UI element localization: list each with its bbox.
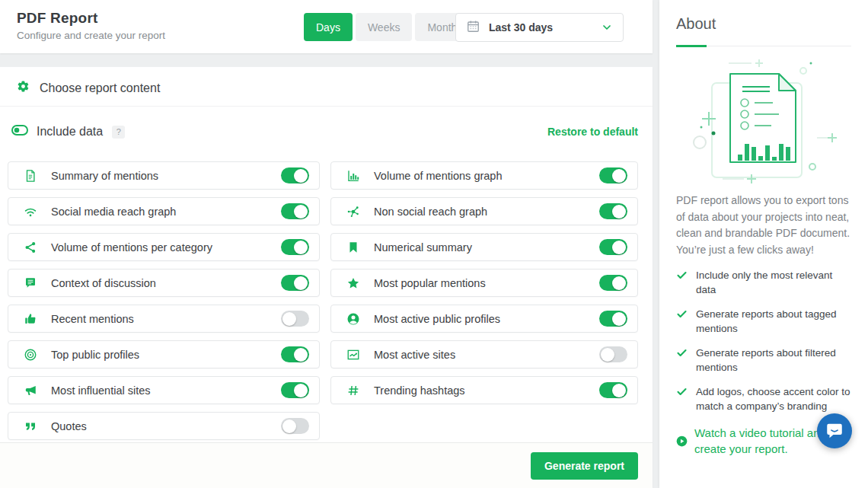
toggle-knob [612,205,626,218]
toggle-knob [282,419,296,433]
toggle-switch[interactable] [281,167,309,183]
generate-report-button[interactable]: Generate report [531,452,638,480]
feature-list: Include only the most relevant dataGener… [676,268,851,413]
toggle-switch[interactable] [281,418,309,434]
thumbs-up-icon [24,312,37,326]
toggle-knob [294,384,308,397]
toggle-card: Most influential sites [8,376,320,404]
feature-item: Generate reports about tagged mentions [676,307,851,336]
help-badge[interactable]: ? [112,126,125,139]
toggle-knob [294,205,308,218]
sidebar-divider [676,46,851,46]
pdf-report-illustration [676,51,851,185]
toggle-switch[interactable] [599,203,627,219]
pdf-report-page: PDF Report Configure and create your rep… [0,0,868,488]
toggle-on-icon[interactable] [11,125,28,139]
toggle-card: Summary of mentions [8,161,320,190]
toggle-knob [612,312,626,326]
toggle-knob [612,169,626,183]
report-content-panel: Choose report content Include data ? Res… [0,67,653,488]
hashtag-icon [346,384,360,397]
check-icon [676,270,688,281]
feature-item: Include only the most relevant data [676,268,851,297]
granularity-tabs: DaysWeeksMonths [304,13,474,41]
chat-widget-button[interactable] [817,413,852,448]
toggle-card-label: Quotes [51,420,87,432]
feature-item: Add logos, choose accent color to match … [676,384,851,413]
toggle-knob [294,276,308,290]
toggle-card-label: Non social reach graph [374,206,487,218]
toggle-switch[interactable] [599,167,627,183]
divider-accent [676,45,707,47]
toggle-knob [612,384,626,397]
toggle-card: Most popular mentions [330,269,638,297]
toggle-switch[interactable] [281,346,309,362]
topbar: PDF Report Configure and create your rep… [0,0,653,53]
toggle-card: Most active public profiles [330,305,638,333]
toggle-knob [294,169,308,183]
quote-icon [24,419,37,433]
chevron-down-icon [601,21,613,33]
toggle-switch[interactable] [599,275,627,291]
gear-icon [17,80,30,96]
toggle-switch[interactable] [281,382,309,398]
feature-text: Generate reports about filtered mentions [696,346,851,375]
toggle-card-label: Most popular mentions [374,277,486,289]
include-data-label: Include data [37,125,103,139]
toggle-card: Volume of mentions per category [8,233,320,261]
toggle-switch[interactable] [599,382,627,398]
toggle-card-label: Summary of mentions [51,170,158,182]
toggle-knob [294,348,308,362]
network-icon [346,205,360,218]
toggle-card-label: Social media reach graph [51,206,176,218]
toggle-switch[interactable] [599,346,627,362]
toggle-knob [612,276,626,290]
tab-days[interactable]: Days [304,13,353,41]
toggle-card: Recent mentions [8,305,320,333]
toggle-card-label: Volume of mentions graph [374,170,502,182]
toggle-switch[interactable] [281,311,309,327]
toggle-card: Top public profiles [8,340,320,368]
toggle-card-label: Most active sites [374,349,455,361]
toggle-card: Trending hashtags [330,376,638,404]
feature-text: Add logos, choose accent color to match … [696,384,851,413]
page-title: PDF Report [17,10,165,27]
feature-item: Generate reports about filtered mentions [676,346,851,375]
toggle-knob [601,348,614,362]
feature-text: Generate reports about tagged mentions [696,307,851,336]
toggle-card-label: Numerical summary [374,241,472,254]
toggle-card: Most active sites [330,340,638,368]
toggle-switch[interactable] [281,203,309,219]
toggle-card: Context of discussion [8,269,320,297]
megaphone-icon [24,384,37,397]
feature-text: Include only the most relevant data [696,268,851,297]
play-icon [676,435,688,447]
toggle-column-right: Volume of mentions graphNon social reach… [330,161,638,440]
date-range-select[interactable]: Last 30 days [455,13,624,42]
line-chart-icon [346,348,360,362]
toggle-column-left: Summary of mentionsSocial media reach gr… [8,161,320,440]
date-range-label: Last 30 days [489,21,553,33]
toggle-card-label: Volume of mentions per category [51,241,212,254]
toggle-card: Social media reach graph [8,197,320,225]
chat-bubble-icon [825,421,844,441]
check-icon [676,347,688,359]
wifi-icon [24,205,37,218]
toggle-knob [612,241,626,254]
chat-lines-icon [24,276,37,290]
star-icon [346,276,360,290]
toggle-switch[interactable] [281,239,309,255]
toggle-knob [294,241,308,254]
toggle-grid: Summary of mentionsSocial media reach gr… [0,161,653,440]
restore-default-link[interactable]: Restore to default [547,126,638,138]
about-title: About [676,0,851,33]
user-circle-icon [346,312,360,326]
share-icon [24,241,37,254]
check-icon [676,308,688,320]
toggle-card: Quotes [8,412,320,440]
toggle-switch[interactable] [599,239,627,255]
toggle-switch[interactable] [281,275,309,291]
about-description: PDF report allows you to export tons of … [676,193,851,258]
tab-weeks[interactable]: Weeks [356,13,413,41]
toggle-switch[interactable] [599,311,627,327]
